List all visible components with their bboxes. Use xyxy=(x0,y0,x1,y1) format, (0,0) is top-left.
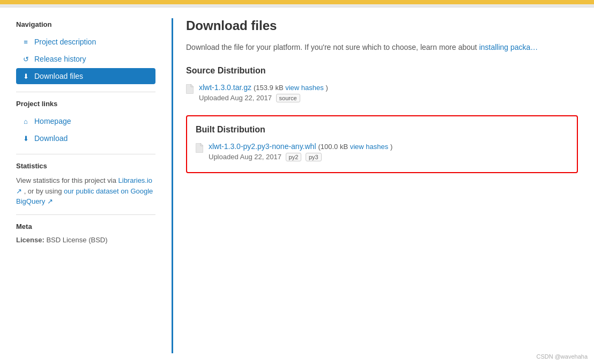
navigation-title: Navigation xyxy=(16,20,155,28)
built-dist-title: Built Distribution xyxy=(196,125,568,135)
source-dist-link-row: xlwt-1.3.0.tar.gz (153.9 kB view hashes … xyxy=(199,83,328,92)
divider-3 xyxy=(16,214,155,215)
top-bar xyxy=(0,0,594,4)
sidebar-item-release-history[interactable]: ↺ Release history xyxy=(16,51,155,67)
built-distribution-section: Built Distribution xlwt-1.3.0-py2.py3-no… xyxy=(186,115,578,173)
sidebar-item-label: Project description xyxy=(34,38,96,46)
main-content: Download files Download the file for you… xyxy=(172,18,578,353)
license-label: License: xyxy=(16,236,44,244)
built-file-size: (100.0 kB view hashes ) xyxy=(318,143,392,151)
file-icon-built xyxy=(196,143,203,155)
source-distribution-section: Source Distribution xlwt-1.3.0.tar.gz xyxy=(186,66,578,102)
sidebar-item-label: Download files xyxy=(34,72,83,80)
download-icon: ⬇ xyxy=(21,72,30,80)
sidebar-item-label: Release history xyxy=(34,55,86,63)
built-tag-py2: py2 xyxy=(286,153,302,161)
source-file-size: (153.9 kB view hashes ) xyxy=(254,84,328,92)
built-dist-details: xlwt-1.3.0-py2.py3-none-any.whl (100.0 k… xyxy=(209,142,392,161)
page-description: Download the file for your platform. If … xyxy=(186,42,578,53)
installing-packages-link[interactable]: installing packa… xyxy=(479,43,538,51)
divider-1 xyxy=(16,92,155,92)
sidebar-item-download-files[interactable]: ⬇ Download files xyxy=(16,68,155,84)
sidebar-item-download[interactable]: ⬇ Download xyxy=(16,130,155,146)
source-tag: source xyxy=(276,94,300,102)
file-icon-source xyxy=(186,84,194,96)
page-wrapper: Navigation ≡ Project description ↺ Relea… xyxy=(0,4,594,364)
sidebar: Navigation ≡ Project description ↺ Relea… xyxy=(16,18,155,353)
source-dist-item: xlwt-1.3.0.tar.gz (153.9 kB view hashes … xyxy=(186,83,578,102)
built-view-hashes-link[interactable]: view hashes xyxy=(350,143,390,151)
divider-2 xyxy=(16,154,155,154)
page-title: Download files xyxy=(186,18,578,33)
license-info: License: BSD License (BSD) xyxy=(16,236,155,244)
sidebar-item-label: Download xyxy=(34,134,68,143)
content-area: Navigation ≡ Project description ↺ Relea… xyxy=(0,8,594,364)
watermark: CSDN @wavehaha xyxy=(536,353,588,360)
built-dist-item: xlwt-1.3.0-py2.py3-none-any.whl (100.0 k… xyxy=(196,142,568,161)
statistics-title: Statistics xyxy=(16,162,155,170)
meta-title: Meta xyxy=(16,222,155,231)
project-links-title: Project links xyxy=(16,100,155,108)
sidebar-item-label: Homepage xyxy=(34,117,71,125)
built-file-link[interactable]: xlwt-1.3.0-py2.py3-none-any.whl xyxy=(209,142,318,151)
history-icon: ↺ xyxy=(21,55,30,63)
built-dist-link-row: xlwt-1.3.0-py2.py3-none-any.whl (100.0 k… xyxy=(209,142,392,151)
source-dist-details: xlwt-1.3.0.tar.gz (153.9 kB view hashes … xyxy=(199,83,328,102)
source-dist-title: Source Distribution xyxy=(186,66,578,76)
built-tag-py3: py3 xyxy=(306,153,322,161)
sidebar-item-homepage[interactable]: ⌂ Homepage xyxy=(16,113,155,129)
license-value: BSD License (BSD) xyxy=(46,236,107,244)
source-file-link[interactable]: xlwt-1.3.0.tar.gz xyxy=(199,83,254,92)
source-upload-info: Uploaded Aug 22, 2017 source xyxy=(199,94,328,102)
source-view-hashes-link[interactable]: view hashes xyxy=(285,84,325,92)
download-link-icon: ⬇ xyxy=(21,135,30,143)
list-icon: ≡ xyxy=(21,38,30,46)
built-upload-info: Uploaded Aug 22, 2017 py2 py3 xyxy=(209,153,392,161)
statistics-text: View statistics for this project via Lib… xyxy=(16,175,155,207)
home-icon: ⌂ xyxy=(21,117,30,125)
sidebar-item-project-description[interactable]: ≡ Project description xyxy=(16,34,155,50)
